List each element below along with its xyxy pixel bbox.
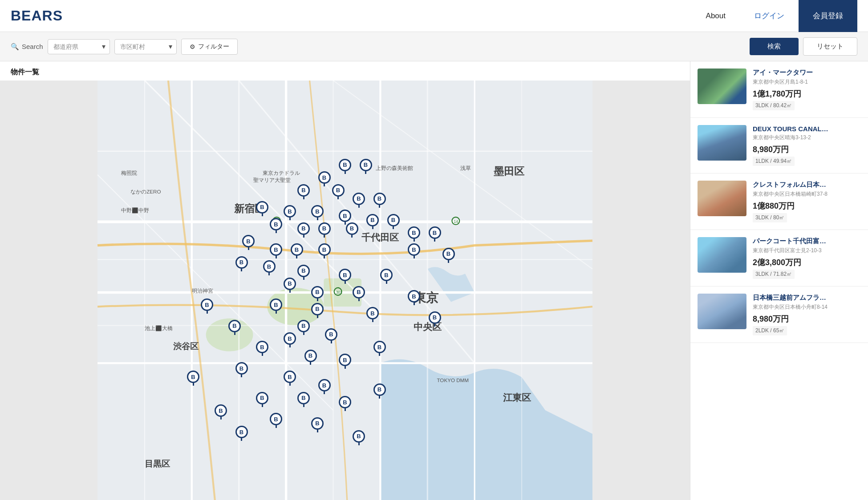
marker-circle-37: B [311, 303, 324, 315]
marker-tail-23 [324, 256, 325, 258]
marker-tail-6 [358, 205, 360, 208]
marker-tail-54 [303, 404, 304, 407]
listing-price-3: 1億880万円 [753, 201, 861, 211]
map-marker-30[interactable]: B [380, 269, 393, 284]
marker-tail-33 [358, 298, 360, 301]
map-marker-16[interactable]: B [318, 222, 331, 238]
map-marker-20[interactable]: B [242, 235, 255, 250]
reset-button[interactable]: リセット [803, 37, 857, 56]
map-marker-35[interactable]: B [201, 298, 213, 314]
map-marker-41[interactable]: B [297, 320, 310, 335]
map-marker-21[interactable]: B [270, 243, 282, 258]
search-button[interactable]: 検索 [750, 38, 799, 55]
search-bar: 🔍 Search 都道府県東京都神奈川県埼玉県千葉県 ▾ 市区町村千代田区中央区… [0, 32, 868, 61]
map-marker-3[interactable]: B [318, 171, 331, 186]
map-marker-9[interactable]: B [284, 205, 296, 220]
map-marker-55[interactable]: B [339, 396, 351, 411]
marker-tail-38 [372, 319, 373, 322]
map-marker-32[interactable]: B [311, 286, 324, 301]
map-marker-15[interactable]: B [297, 222, 310, 238]
map-marker-4[interactable]: B [297, 184, 310, 199]
map-marker-28[interactable]: B [297, 265, 310, 280]
map-marker-33[interactable]: B [353, 286, 365, 301]
map-marker-44[interactable]: B [256, 341, 268, 356]
map-marker-22[interactable]: B [291, 243, 303, 258]
listing-card-1[interactable]: アイ・マークタワー 東京都中央区月島1-8-1 1億1,780万円 3LDK /… [690, 61, 868, 118]
map-marker-58[interactable]: B [311, 417, 324, 432]
map-marker-50[interactable]: B [187, 371, 199, 386]
nav-login[interactable]: ログイン [740, 11, 799, 21]
map-marker-17[interactable]: B [346, 222, 358, 238]
map-marker-56[interactable]: B [215, 404, 227, 419]
map-marker-8[interactable]: B [256, 201, 268, 216]
map-container[interactable]: 新宿区 千代田区 東京 中央区 墨田区 渋谷区 江東区 目黒区 梅照院 なかのZ… [0, 81, 690, 500]
map-marker-54[interactable]: B [297, 392, 310, 407]
map-marker-52[interactable]: B [373, 383, 386, 399]
listing-card-4[interactable]: パークコート千代田富… 東京都千代田区富士見2-10-3 2億3,800万円 3… [690, 230, 868, 286]
listing-image-1 [698, 69, 746, 104]
map-marker-10[interactable]: B [311, 205, 324, 220]
map-marker-45[interactable]: B [373, 341, 386, 356]
marker-circle-2: B [360, 159, 372, 171]
map-marker-49[interactable]: B [284, 371, 296, 386]
map-marker-31[interactable]: B [284, 278, 296, 293]
map-marker-24[interactable]: B [408, 243, 420, 258]
marker-circle-43: B [284, 332, 296, 345]
map-marker-13[interactable]: B [387, 214, 400, 229]
map-marker-23[interactable]: B [318, 243, 331, 258]
search-label: Search [22, 43, 43, 50]
map-marker-39[interactable]: B [429, 311, 441, 327]
map-marker-47[interactable]: B [339, 354, 351, 369]
listing-details-1: 3LDK / 80.42㎡ [753, 101, 795, 110]
nav-about[interactable]: About [692, 12, 740, 20]
listing-details-3: 3LDK / 80㎡ [753, 213, 787, 222]
map-marker-46[interactable]: B [304, 350, 317, 365]
marker-tail-5 [337, 197, 339, 199]
listing-info-3: クレストフォルム日本… 東京都中央区日本橋箱崎町37-8 1億880万円 3LD… [753, 181, 861, 222]
map-marker-34[interactable]: B [408, 290, 420, 305]
map-marker-14[interactable]: B [270, 218, 282, 233]
map-marker-38[interactable]: B [366, 307, 379, 322]
map-marker-25[interactable]: B [442, 248, 455, 263]
map-marker-40[interactable]: B [228, 320, 241, 335]
listing-name-2: DEUX TOURS CANAL… [753, 125, 861, 133]
map-marker-12[interactable]: B [366, 214, 379, 229]
map-marker-42[interactable]: B [325, 328, 337, 343]
listing-card-2[interactable]: DEUX TOURS CANAL… 東京都中央区晴海3-13-2 8,980万円… [690, 118, 868, 173]
map-marker-26[interactable]: B [235, 256, 248, 271]
map-marker-59[interactable]: B [235, 426, 248, 441]
map-marker-37[interactable]: B [311, 303, 324, 318]
listing-image-2 [698, 125, 746, 161]
listing-card-5[interactable]: 日本橋三越前アムフラ… 東京都中央区日本橋小舟町8-14 8,980万円 2LD… [690, 286, 868, 343]
map-marker-57[interactable]: B [270, 413, 282, 428]
map-marker-19[interactable]: B [429, 226, 441, 242]
prefecture-select[interactable]: 都道府県東京都神奈川県埼玉県千葉県 [48, 39, 110, 54]
prefecture-select-wrap: 都道府県東京都神奈川県埼玉県千葉県 ▾ [48, 39, 110, 54]
filter-button[interactable]: ⚙ フィルター [181, 39, 238, 55]
map-marker-27[interactable]: B [263, 260, 276, 275]
map-marker-6[interactable]: B [353, 193, 365, 208]
marker-circle-1: B [339, 159, 351, 171]
listing-address-4: 東京都千代田区富士見2-10-3 [753, 247, 861, 254]
marker-circle-6: B [353, 193, 365, 205]
map-marker-36[interactable]: B [270, 298, 282, 314]
marker-tail-20 [248, 247, 249, 250]
markers-container: B B B B B B B B B B [0, 81, 690, 500]
map-marker-51[interactable]: B [318, 379, 331, 394]
map-marker-7[interactable]: B [373, 193, 386, 208]
map-marker-1[interactable]: B [339, 159, 351, 174]
city-select[interactable]: 市区町村千代田区中央区港区新宿区 [114, 39, 177, 54]
listing-card-3[interactable]: クレストフォルム日本… 東京都中央区日本橋箱崎町37-8 1億880万円 3LD… [690, 173, 868, 230]
nav-register[interactable]: 会員登録 [799, 0, 857, 32]
map-marker-43[interactable]: B [284, 332, 296, 347]
marker-tail-52 [379, 396, 380, 399]
map-marker-53[interactable]: B [256, 392, 268, 407]
map-marker-18[interactable]: B [408, 226, 420, 242]
listing-name-5: 日本橋三越前アムフラ… [753, 294, 861, 302]
map-marker-60[interactable]: B [353, 430, 365, 445]
map-marker-48[interactable]: B [235, 362, 248, 377]
map-marker-29[interactable]: B [339, 269, 351, 284]
map-marker-5[interactable]: B [332, 184, 345, 199]
map-marker-2[interactable]: B [360, 159, 372, 174]
listing-address-5: 東京都中央区日本橋小舟町8-14 [753, 303, 861, 311]
